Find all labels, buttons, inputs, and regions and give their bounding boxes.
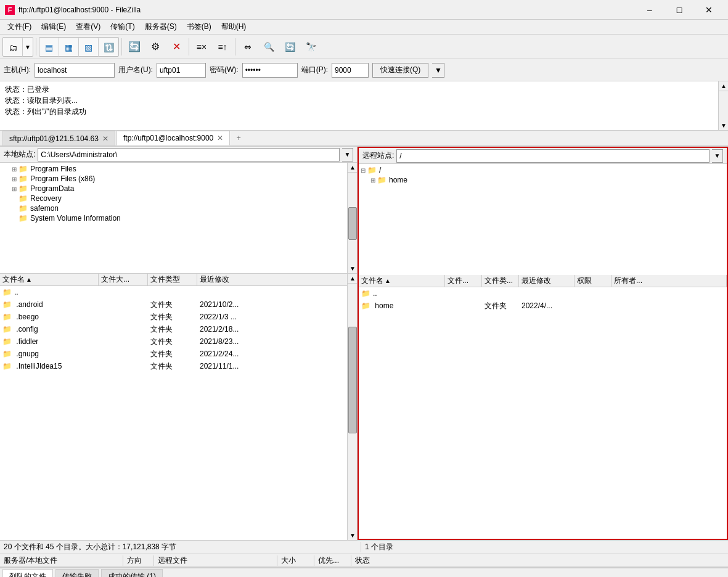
tree-item-programdata[interactable]: ⊞ 📁 ProgramData — [0, 184, 357, 194]
local-tree-scrollbar[interactable]: ▲ ▼ — [347, 163, 357, 273]
maximize-button[interactable]: □ — [665, 1, 693, 18]
local-file-scroll-down[interactable]: ▼ — [348, 530, 357, 540]
host-label: 主机(H): — [4, 65, 31, 75]
tab-ftp-close[interactable]: ✕ — [217, 134, 223, 142]
rcol-fileowner[interactable]: 所有者... — [611, 275, 727, 287]
local-tree-scroll-thumb[interactable] — [348, 207, 357, 240]
local-path-input[interactable] — [38, 148, 340, 162]
toggle-queue-button[interactable]: 🔃 — [99, 38, 118, 57]
tree-item-home[interactable]: ⊞ 📁 home — [359, 175, 727, 185]
local-tree-scroll-down[interactable]: ▼ — [348, 263, 357, 273]
queue-tab-queued[interactable]: 列队的文件 — [2, 569, 53, 577]
menu-item-s[interactable]: 服务器(S) — [140, 20, 182, 33]
host-input[interactable] — [35, 63, 115, 78]
rcol-filetype[interactable]: 文件类... — [482, 275, 519, 287]
col-filetype[interactable]: 文件类型 — [148, 274, 197, 285]
tree-item-program-files-x86[interactable]: ⊞ 📁 Program Files (x86) — [0, 174, 357, 184]
close-button[interactable]: ✕ — [695, 1, 723, 18]
queue-bar: 列队的文件 传输失败 成功的传输 (1) — [0, 567, 728, 577]
tab-sftp-close[interactable]: ✕ — [102, 134, 108, 143]
local-file-row-4[interactable]: 📁 .fiddler 文件夹 2021/8/23... — [0, 335, 357, 348]
menu-item-h[interactable]: 帮助(H) — [216, 20, 252, 33]
log-line-2: 状态：读取目录列表... — [5, 95, 723, 106]
remote-file-name-1: 📁 home — [359, 301, 445, 310]
col-filesize[interactable]: 文件大... — [99, 274, 148, 285]
local-file-type-3: 文件夹 — [148, 324, 197, 335]
toggle-log-button[interactable]: ▧ — [79, 38, 99, 57]
tree-item-program-files[interactable]: ⊞ 📁 Program Files — [0, 164, 357, 174]
local-file-scroll-thumb[interactable] — [348, 327, 357, 433]
tree-item-root[interactable]: ⊟ 📁 / — [359, 165, 727, 175]
tree-item-system-volume[interactable]: ⊞ 📁 System Volume Information — [0, 213, 357, 223]
transfer-col-server: 服务器/本地文件 — [0, 555, 123, 566]
expand-root[interactable]: ⊟ — [359, 167, 367, 174]
local-path-dropdown[interactable]: ▼ — [342, 148, 353, 162]
toolbar-sep-3 — [189, 38, 189, 55]
local-file-type-4: 文件夹 — [148, 337, 197, 347]
sync-button[interactable]: 🔄 — [280, 37, 300, 57]
refresh-button[interactable]: 🔄 — [125, 37, 144, 57]
remote-path-dropdown[interactable]: ▼ — [712, 149, 723, 163]
remote-path-input[interactable] — [396, 149, 710, 163]
remote-file-name-0: 📁.. — [359, 289, 445, 298]
log-scrollbar[interactable]: ▲ ▼ — [718, 81, 728, 130]
rcol-filedate[interactable]: 最近修改 — [519, 275, 575, 287]
disconnect-button[interactable]: ≡× — [192, 37, 211, 57]
col-filedate[interactable]: 最近修改 — [197, 274, 357, 285]
expand-programdata[interactable]: ⊞ — [10, 186, 18, 192]
connect-button[interactable]: 快速连接(Q) — [372, 63, 428, 78]
expand-program-files[interactable]: ⊞ — [10, 166, 18, 173]
local-file-row-6[interactable]: 📁 .IntelliJIdea15 文件夹 2021/11/1... — [0, 360, 357, 372]
queue-tab-success[interactable]: 成功的传输 (1) — [101, 569, 163, 577]
folder-icon-0: 📁 — [2, 288, 12, 297]
menu-item-e[interactable]: 编辑(E) — [36, 20, 71, 33]
expand-pfx86[interactable]: ⊞ — [10, 176, 18, 182]
local-file-row-0[interactable]: 📁.. — [0, 286, 357, 298]
port-input[interactable] — [332, 63, 369, 78]
folder-icon-safemon: 📁 — [18, 204, 28, 213]
menu-item-v[interactable]: 查看(V) — [71, 20, 105, 33]
remote-file-row-1[interactable]: 📁 home 文件夹 2022/4/... — [359, 300, 727, 312]
tab-ftp[interactable]: ftp://uftp01@localhost:9000 ✕ — [117, 131, 230, 145]
find-button[interactable]: 🔭 — [301, 37, 321, 57]
compare-button[interactable]: ⇔ — [238, 37, 258, 57]
tab-sftp[interactable]: sftp://uftp01@121.5.104.63 ✕ — [2, 131, 115, 145]
rcol-filename[interactable]: 文件名 ▲ — [359, 275, 445, 287]
connect-dropdown[interactable]: ▼ — [432, 63, 444, 78]
add-tab-button[interactable]: + — [231, 131, 246, 145]
queue-tab-failed[interactable]: 传输失败 — [55, 569, 99, 577]
rcol-filesize[interactable]: 文件... — [445, 275, 482, 287]
local-file-scroll-up[interactable]: ▲ — [348, 274, 357, 284]
minimize-button[interactable]: – — [636, 1, 664, 18]
folder-icon-4: 📁 — [2, 337, 12, 346]
reconnect-button[interactable]: ≡↑ — [213, 37, 232, 57]
cancel-button[interactable]: ✕ — [166, 37, 186, 57]
pass-input[interactable] — [242, 63, 298, 78]
local-file-scrollbar[interactable]: ▲ ▼ — [347, 274, 357, 540]
expand-home[interactable]: ⊞ — [369, 177, 377, 184]
toggle-local-button[interactable]: ▤ — [39, 38, 59, 57]
local-file-row-2[interactable]: 📁 .beego 文件夹 2022/1/3 ... — [0, 311, 357, 323]
local-file-row-5[interactable]: 📁 .gnupg 文件夹 2021/2/24... — [0, 348, 357, 360]
filter-button[interactable]: ⚙ — [145, 37, 165, 57]
remote-file-row-0[interactable]: 📁.. — [359, 287, 727, 300]
toggle-remote-button[interactable]: ▦ — [59, 38, 79, 57]
user-input[interactable] — [157, 63, 206, 78]
local-file-header: 文件名 ▲ 文件大... 文件类型 最近修改 — [0, 274, 357, 286]
tree-item-recovery[interactable]: ⊞ 📁 Recovery — [0, 194, 357, 203]
search-button[interactable]: 🔍 — [259, 37, 279, 57]
log-scroll-up[interactable]: ▲ — [719, 81, 728, 91]
site-manager-dropdown[interactable]: ▼ — [23, 38, 33, 57]
local-label: 本地站点: — [4, 149, 35, 160]
local-file-row-1[interactable]: 📁 .android 文件夹 2021/10/2... — [0, 298, 357, 311]
rcol-fileperm[interactable]: 权限 — [575, 275, 611, 287]
site-manager-button[interactable]: 🗂 — [3, 38, 23, 57]
col-filename[interactable]: 文件名 ▲ — [0, 274, 99, 285]
local-tree-scroll-up[interactable]: ▲ — [348, 163, 357, 173]
menu-item-t[interactable]: 传输(T) — [105, 20, 139, 33]
menu-item-b[interactable]: 书签(B) — [182, 20, 216, 33]
local-file-row-3[interactable]: 📁 .config 文件夹 2021/2/18... — [0, 323, 357, 335]
menu-item-f[interactable]: 文件(F) — [2, 20, 36, 33]
tree-item-safemon[interactable]: ⊞ 📁 safemon — [0, 203, 357, 213]
log-scroll-down[interactable]: ▼ — [719, 120, 728, 130]
